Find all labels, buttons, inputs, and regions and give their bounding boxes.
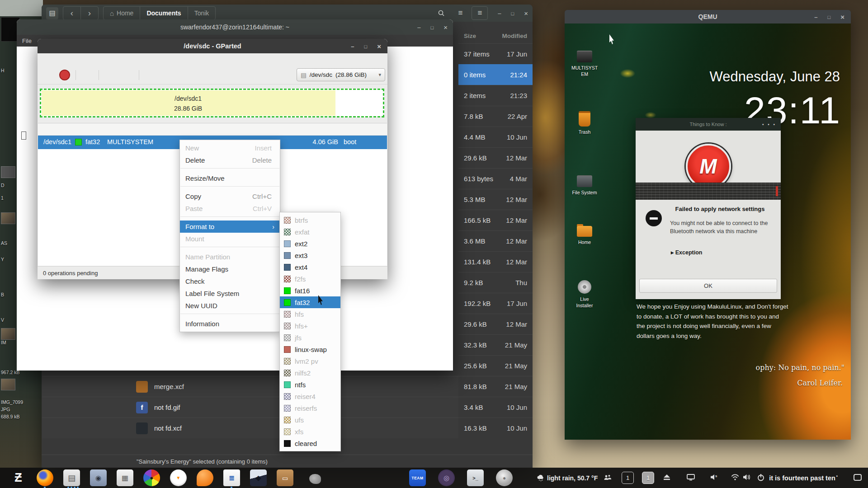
toolbar-icon[interactable] <box>75 70 76 80</box>
maximize-button[interactable] <box>364 43 368 49</box>
gparted-titlebar[interactable]: /dev/sdc - GParted <box>38 39 387 53</box>
filesystem-menu-item[interactable]: reiser4 <box>280 390 340 402</box>
taskbar-app-icon[interactable]: Ƶ <box>10 469 27 486</box>
filesystem-menu-item[interactable]: nilfs2 <box>280 367 340 379</box>
context-menu-item[interactable]: Copy Ctrl+C <box>180 190 280 202</box>
filesystem-menu-item[interactable]: ntfs <box>280 379 340 390</box>
filesystem-menu-item[interactable]: ext4 <box>280 261 340 273</box>
vm-desktop-icon[interactable]: File System <box>571 175 598 196</box>
toolbar-icon[interactable] <box>145 69 156 81</box>
desktop-strip-item[interactable]: Y <box>1 257 4 262</box>
filesystem-menu-item[interactable]: jfs <box>280 332 340 343</box>
toolbar-icon[interactable] <box>99 70 99 80</box>
eject-icon[interactable] <box>663 474 671 481</box>
taskbar-app-icon[interactable] <box>37 469 53 486</box>
filesystem-menu-item[interactable]: hfs+ <box>280 320 340 332</box>
file-list-item[interactable]: f not fd.gif <box>42 397 458 418</box>
menu-file[interactable]: File <box>22 38 32 44</box>
filesystem-menu-item[interactable]: ufs <box>280 414 340 426</box>
taskbar-app-icon[interactable]: ◎ <box>438 469 455 486</box>
minimize-button[interactable] <box>351 43 354 49</box>
context-menu-item[interactable]: Resize/Move <box>180 172 280 184</box>
context-menu-item[interactable]: Check <box>180 275 280 287</box>
filesystem-menu-item[interactable]: lvm2 pv <box>280 355 340 367</box>
filesystem-menu-item[interactable]: ext3 <box>280 249 340 261</box>
taskbar-app-icon[interactable]: ● <box>496 469 513 486</box>
taskbar-app-icon[interactable]: ▦ <box>117 469 133 486</box>
weather-text[interactable]: light rain, 50.7 °F <box>547 468 598 488</box>
desktop-strip-item[interactable]: 1 <box>1 195 4 201</box>
toolbar-icon[interactable] <box>122 69 133 81</box>
sound-settings-icon[interactable]: s <box>710 474 719 481</box>
close-button[interactable] <box>840 14 844 20</box>
context-menu-item[interactable]: New Insert <box>180 142 280 154</box>
vm-desktop-icon[interactable]: Trash <box>571 111 598 136</box>
taskbar-app-icon[interactable] <box>197 469 213 486</box>
filesystem-menu-item[interactable]: fat16 <box>280 285 340 296</box>
taskbar-app-icon[interactable]: ▼ <box>170 469 187 486</box>
taskbar-app-icon[interactable] <box>309 474 321 484</box>
desktop-strip-item[interactable]: IM <box>1 340 6 345</box>
desktop-strip-item[interactable]: V <box>1 317 4 323</box>
taskbar-app-icon[interactable]: ● <box>143 469 160 486</box>
context-menu-item[interactable] <box>180 247 280 251</box>
desktop-strip-item[interactable]: H <box>1 68 5 73</box>
taskbar-app-icon[interactable]: >_ <box>467 469 484 486</box>
context-menu-item[interactable]: New UUID <box>180 300 280 312</box>
context-menu-item[interactable] <box>180 186 280 190</box>
file-list-item[interactable]: merge.xcf <box>42 376 458 397</box>
desktop-strip-item[interactable] <box>1 212 15 224</box>
display-icon[interactable] <box>686 474 695 481</box>
desktop-strip-item[interactable] <box>1 328 15 340</box>
context-menu-item[interactable]: Delete Delete <box>180 154 280 166</box>
context-menu-item[interactable]: Paste Ctrl+V <box>180 202 280 215</box>
taskbar-app-icon[interactable]: ◉ <box>90 469 107 486</box>
terminal-titlebar[interactable]: swarfendor437@zorin12164ultimate: ~ <box>17 19 453 35</box>
context-menu-item[interactable]: Manage Flags <box>180 263 280 275</box>
close-button[interactable] <box>377 43 381 50</box>
maximize-button[interactable] <box>431 24 434 30</box>
vm-screen[interactable]: MULTISYST EM Trash File System Home Live… <box>565 23 851 440</box>
people-tray-icon[interactable] <box>604 474 613 482</box>
toolbar-icon[interactable] <box>42 69 54 81</box>
desktop-strip-item[interactable]: JPG <box>1 407 10 412</box>
show-desktop-button[interactable] <box>854 474 862 481</box>
context-menu-item[interactable]: Mount <box>180 233 280 245</box>
filesystem-menu-item[interactable]: linux-swap <box>280 343 340 355</box>
filesystem-menu-item[interactable]: reiserfs <box>280 402 340 414</box>
taskbar-app-icon[interactable]: ▤ <box>63 469 80 486</box>
filesystem-menu-item[interactable]: xfs <box>280 426 340 437</box>
context-menu-item[interactable] <box>180 216 280 221</box>
context-menu-item[interactable] <box>180 314 280 318</box>
toolbar-icon[interactable] <box>59 70 70 80</box>
desktop-strip-item[interactable]: IMG_7099 <box>1 399 23 405</box>
toolbar-icon[interactable] <box>104 69 116 81</box>
workspace-switcher-1[interactable]: 1 <box>622 472 634 484</box>
taskbar-app-icon[interactable]: ≣ <box>223 469 240 486</box>
vm-desktop-icon[interactable]: Home <box>571 226 598 246</box>
desktop-strip-item[interactable] <box>1 379 15 390</box>
window-buttons-dots[interactable]: • • • <box>762 122 776 127</box>
vm-desktop-icon[interactable]: MULTISYST EM <box>571 51 598 77</box>
fuzzy-clock[interactable]: it is fourteen past ten • <box>769 468 838 488</box>
power-icon[interactable] <box>757 473 765 482</box>
context-menu-item[interactable]: Information <box>180 318 280 330</box>
desktop-strip-item[interactable]: D <box>1 183 5 188</box>
workspace-switcher-2[interactable]: 1 <box>642 472 654 484</box>
context-menu-item[interactable]: Label File System <box>180 287 280 300</box>
taskbar-app-icon[interactable]: TEAM <box>409 469 426 486</box>
taskbar-app-icon[interactable]: ◆ <box>250 469 267 486</box>
device-selector[interactable]: /dev/sdc (28.86 GiB) <box>297 68 385 81</box>
things-to-know-titlebar[interactable]: Things to Know : • • • <box>636 118 781 131</box>
desktop-strip-item[interactable]: 688.9 kB <box>1 414 19 419</box>
filesystem-menu-item[interactable]: ext2 <box>280 238 340 249</box>
volume-icon[interactable] <box>742 474 751 481</box>
filesystem-menu-item[interactable]: exfat <box>280 226 340 238</box>
toolbar-icon[interactable] <box>162 69 174 81</box>
context-menu-item[interactable] <box>180 168 280 172</box>
exception-expander[interactable]: ▸ Exception <box>671 249 702 256</box>
desktop-strip-item[interactable] <box>1 166 15 178</box>
filesystem-menu-item[interactable]: f2fs <box>280 273 340 285</box>
file-list-item[interactable]: not fd.xcf <box>42 418 458 438</box>
toolbar-icon[interactable] <box>81 69 93 81</box>
